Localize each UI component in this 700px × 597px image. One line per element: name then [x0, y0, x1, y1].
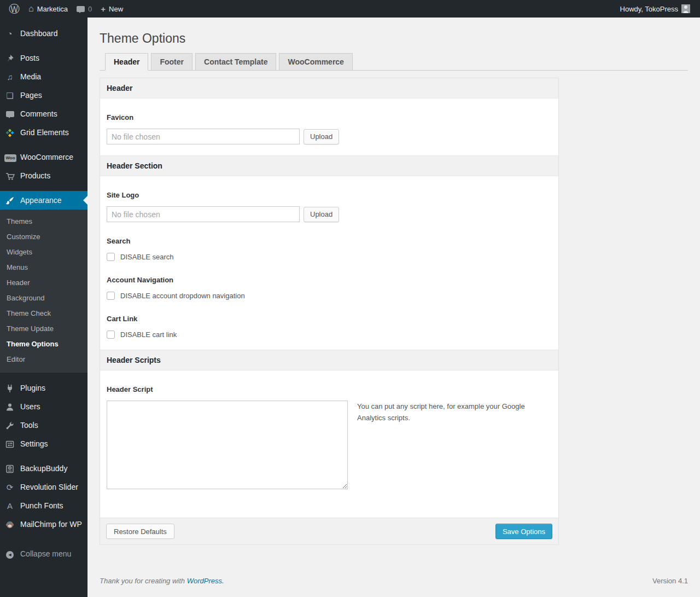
- submenu-item-header[interactable]: Header: [0, 275, 88, 291]
- sidebar-item-label: Media: [20, 72, 41, 81]
- user-avatar: [681, 4, 690, 13]
- sidebar-item-label: MailChimp for WP: [20, 520, 82, 529]
- sidebar-item-plugins[interactable]: Plugins: [0, 379, 88, 397]
- sidebar-item-pages[interactable]: ❏ Pages: [0, 86, 88, 105]
- sidebar-item-mailchimp[interactable]: MailChimp for WP: [0, 515, 88, 534]
- site-name-label: Marketica: [37, 5, 68, 13]
- section-header-header-scripts: Header Scripts: [100, 350, 558, 370]
- sidebar-item-label: Plugins: [20, 384, 45, 392]
- person-icon: [4, 402, 15, 411]
- sidebar-item-woocommerce[interactable]: Woo WooCommerce: [0, 148, 88, 166]
- sidebar-item-label: Tools: [20, 421, 38, 430]
- tab-woocommerce[interactable]: WooCommerce: [279, 53, 352, 71]
- version-label: Version 4.1: [652, 577, 688, 585]
- footer-thanks-text: Thank you for creating with WordPress.: [100, 577, 224, 585]
- sidebar-item-punch-fonts[interactable]: A Punch Fonts: [0, 496, 88, 515]
- menu-separator: [0, 43, 88, 49]
- disable-search-checkbox[interactable]: [107, 253, 115, 261]
- sidebar-item-revolution-slider[interactable]: ⟳ Revolution Slider: [0, 478, 88, 496]
- howdy-label: Howdy, TokoPress: [620, 5, 678, 13]
- wordpress-link[interactable]: WordPress.: [187, 577, 224, 585]
- new-content-button[interactable]: + New: [96, 0, 127, 18]
- comment-bubble-icon: [77, 6, 85, 12]
- panel-footer: Restore Defaults Save Options: [100, 518, 558, 544]
- page-title: Theme Options: [100, 18, 688, 53]
- header-script-help-text: You can put any script here, for example…: [357, 401, 527, 489]
- sidebar-item-label: Pages: [20, 91, 42, 100]
- submenu-item-widgets[interactable]: Widgets: [0, 245, 88, 260]
- menu-separator: [0, 142, 88, 148]
- comments-shortcut[interactable]: 0: [72, 0, 96, 18]
- submenu-item-theme-options[interactable]: Theme Options: [0, 337, 88, 352]
- cart-icon: [4, 171, 15, 180]
- favicon-upload-button[interactable]: Upload: [304, 129, 339, 144]
- sidebar-item-posts[interactable]: Posts: [0, 49, 88, 67]
- search-label: Search: [107, 222, 552, 245]
- sidebar-item-label: Dashboard: [20, 29, 58, 38]
- restore-defaults-button[interactable]: Restore Defaults: [106, 524, 174, 539]
- save-options-button[interactable]: Save Options: [495, 524, 552, 539]
- sidebar-item-comments[interactable]: Comments: [0, 105, 88, 123]
- submenu-item-menus[interactable]: Menus: [0, 260, 88, 275]
- page-footer: Thank you for creating with WordPress. V…: [100, 577, 688, 597]
- settings-sliders-icon: [4, 439, 15, 448]
- header-script-textarea[interactable]: [107, 401, 348, 489]
- collapse-menu-label: Collapse menu: [20, 549, 71, 558]
- submenu-item-background[interactable]: Background: [0, 291, 88, 306]
- account-navigation-label: Account Navigation: [107, 261, 552, 284]
- site-logo-file-input[interactable]: [107, 206, 300, 222]
- new-label: New: [109, 5, 123, 13]
- submenu-item-editor[interactable]: Editor: [0, 352, 88, 367]
- submenu-item-theme-check[interactable]: Theme Check: [0, 306, 88, 321]
- menu-separator: [0, 373, 88, 379]
- favicon-file-input[interactable]: [107, 129, 300, 144]
- submenu-item-theme-update[interactable]: Theme Update: [0, 321, 88, 337]
- disable-search-label: DISABLE search: [120, 253, 174, 261]
- appearance-submenu: Themes Customize Widgets Menus Header Ba…: [0, 210, 88, 373]
- collapse-menu-button[interactable]: ◀ Collapse menu: [0, 544, 88, 563]
- site-name-link[interactable]: ⌂ Marketica: [24, 0, 72, 18]
- site-logo-upload-button[interactable]: Upload: [304, 207, 339, 222]
- sidebar-item-label: Punch Fonts: [20, 501, 63, 510]
- disable-account-nav-checkbox[interactable]: [107, 292, 115, 300]
- wordpress-logo-icon: Ⓦ: [9, 3, 20, 14]
- menu-separator: [0, 534, 88, 544]
- letter-a-icon: A: [4, 502, 15, 510]
- plug-icon: [4, 383, 15, 392]
- account-menu[interactable]: Howdy, TokoPress: [616, 0, 695, 18]
- sidebar-item-users[interactable]: Users: [0, 397, 88, 416]
- sidebar-item-grid-elements[interactable]: Grid Elements: [0, 123, 88, 142]
- wordpress-menu-button[interactable]: Ⓦ: [4, 0, 24, 18]
- menu-separator: [0, 453, 88, 459]
- pushpin-icon: [4, 53, 15, 62]
- sidebar-item-media[interactable]: ♫ Media: [0, 67, 88, 86]
- dashboard-icon: ◔: [4, 30, 15, 38]
- comment-count: 0: [88, 5, 92, 13]
- submenu-item-themes[interactable]: Themes: [0, 214, 88, 229]
- site-logo-label: Site Logo: [107, 176, 552, 199]
- disable-cart-link-checkbox[interactable]: [107, 331, 115, 339]
- tab-contact-template[interactable]: Contact Template: [195, 53, 276, 71]
- admin-bar: Ⓦ ⌂ Marketica 0 + New Howdy, TokoPress: [0, 0, 700, 18]
- cart-link-label: Cart Link: [107, 300, 552, 323]
- pages-icon: ❏: [4, 91, 15, 100]
- tab-bar: Header Footer Contact Template WooCommer…: [100, 53, 688, 71]
- grid-elements-icon: [4, 127, 15, 137]
- sidebar-item-label: Posts: [20, 54, 39, 62]
- wrench-icon: [4, 420, 15, 430]
- brush-icon: [4, 195, 15, 205]
- tab-header[interactable]: Header: [105, 53, 148, 71]
- sidebar-item-appearance[interactable]: Appearance: [0, 191, 88, 210]
- tab-footer[interactable]: Footer: [151, 53, 192, 71]
- collapse-arrow-icon: ◀: [4, 549, 15, 559]
- sidebar-item-tools[interactable]: Tools: [0, 416, 88, 434]
- favicon-label: Favicon: [107, 98, 552, 121]
- sidebar-item-settings[interactable]: Settings: [0, 434, 88, 453]
- sidebar-item-dashboard[interactable]: ◔ Dashboard: [0, 24, 88, 43]
- sidebar-item-label: Revolution Slider: [20, 483, 78, 491]
- sidebar-item-products[interactable]: Products: [0, 166, 88, 185]
- sidebar-item-backupbuddy[interactable]: BackupBuddy: [0, 459, 88, 478]
- thanks-prefix: Thank you for creating with: [100, 577, 185, 585]
- sidebar-item-label: WooCommerce: [20, 153, 73, 161]
- submenu-item-customize[interactable]: Customize: [0, 229, 88, 245]
